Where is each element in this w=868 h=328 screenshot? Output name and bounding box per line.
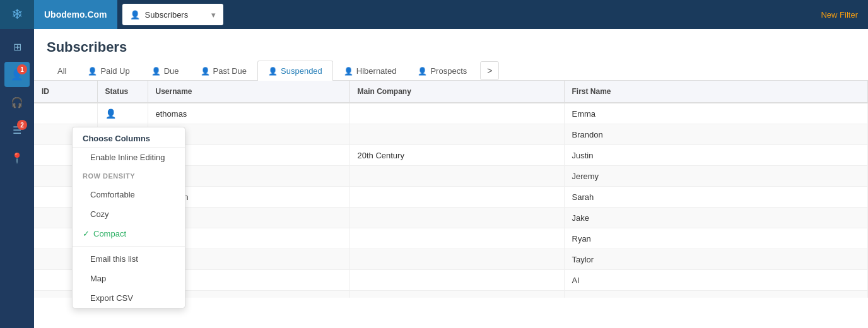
tab-all[interactable]: All [47,61,77,81]
cell-company [349,103,564,124]
dropdown-label: Subscribers [145,10,189,20]
badge-2: 2 [17,120,27,130]
cell-id [34,103,97,124]
headphone-icon: 🎧 [11,97,23,108]
cell-company [349,249,564,270]
person-icon: 👤 [201,67,210,76]
tab-more-button[interactable]: > [480,61,499,80]
cell-firstname: Ryan [564,228,868,249]
cell-firstname: Al [564,270,868,291]
main-layout: ⊞ 👤 1 🎧 ☰ 2 📍 Subscribers All 👤 Paid Up [0,29,868,328]
tab-prospects[interactable]: 👤 Prospects [407,61,478,81]
cell-company [349,187,564,208]
tab-due[interactable]: 👤 Due [141,61,190,81]
cell-status: 👤 [97,103,148,124]
tab-bar: All 👤 Paid Up 👤 Due 👤 Past Due 👤 Suspend… [34,61,868,81]
app-logo: ❄ [0,0,34,29]
person-icon: 👤 [418,67,427,76]
map-item[interactable]: Map [73,269,185,288]
cell-company [349,208,564,228]
subscribers-dropdown[interactable]: 👤 Subscribers ▾ [122,4,223,25]
row-density-label: Row Density [73,167,185,185]
tab-paid-up[interactable]: 👤 Paid Up [77,61,140,81]
sidebar-item-grid[interactable]: ⊞ [4,34,30,59]
tab-suspended[interactable]: 👤 Suspended [257,61,333,81]
badge-1: 1 [17,64,27,74]
enable-inline-editing-item[interactable]: Enable Inline Editing [73,148,185,167]
cell-company [349,270,564,291]
top-navbar: ❄ Ubodemo.Com 👤 Subscribers ▾ New Filter [0,0,868,29]
col-username: Username [148,81,349,103]
cozy-item[interactable]: Cozy [73,204,185,224]
person-status-icon: 👤 [105,108,116,119]
cell-firstname: Brandon [564,124,868,145]
person-icon: 👤 [88,67,97,76]
person-icon: 👤 [268,67,278,76]
tab-hibernated[interactable]: 👤 Hibernated [333,61,408,81]
sidebar-item-map[interactable]: 📍 [4,145,30,170]
table-row[interactable]: 👤ethomasEmma [34,103,868,124]
cell-firstname: Sarah [564,187,868,208]
cell-firstname: Taylor [564,249,868,270]
compact-item[interactable]: ✓ Compact [73,224,185,243]
page-title: Subscribers [34,29,868,61]
cell-firstname: Bruce [564,291,868,298]
main-content: Subscribers All 👤 Paid Up 👤 Due 👤 Past D… [34,29,868,328]
tab-past-due[interactable]: 👤 Past Due [190,61,257,81]
col-firstname: First Name [564,81,868,103]
cell-company [349,124,564,145]
divider [73,246,185,247]
location-icon: 📍 [11,152,23,164]
person-icon: 👤 [344,67,353,76]
sidebar-item-list[interactable]: ☰ 2 [4,117,30,143]
checkmark-icon: ✓ [83,229,90,238]
cell-company [349,166,564,187]
person-icon: 👤 [151,67,161,76]
email-this-list-item[interactable]: Email this list [73,249,185,269]
choose-columns-item[interactable]: Choose Columns [73,127,185,148]
cell-company [349,291,564,298]
sidebar-item-subscribers[interactable]: 👤 1 [4,62,30,87]
context-dropdown-menu: Choose Columns Enable Inline Editing Row… [72,127,185,308]
cell-username: ethomas [148,103,349,124]
chevron-down-icon: ▾ [211,10,216,20]
cell-firstname: Emma [564,103,868,124]
col-id: ID [34,81,97,103]
grid-icon: ⊞ [13,41,21,53]
export-csv-item[interactable]: Export CSV [73,288,185,308]
comfortable-item[interactable]: Comfortable [73,185,185,204]
cell-firstname: Jeremy [564,166,868,187]
cell-company [349,228,564,249]
sidebar: ⊞ 👤 1 🎧 ☰ 2 📍 [0,29,34,328]
col-company: Main Company [349,81,564,103]
site-title: Ubodemo.Com [34,0,117,29]
sidebar-item-support[interactable]: 🎧 [4,90,30,115]
cell-firstname: Justin [564,145,868,166]
cell-firstname: Jake [564,208,868,228]
table-header-row: ID Status Username Main Company First Na… [34,81,868,103]
person-icon: 👤 [130,10,140,20]
new-filter-button[interactable]: New Filter [821,10,858,20]
col-status: Status [97,81,148,103]
cell-company: 20th Century [349,145,564,166]
